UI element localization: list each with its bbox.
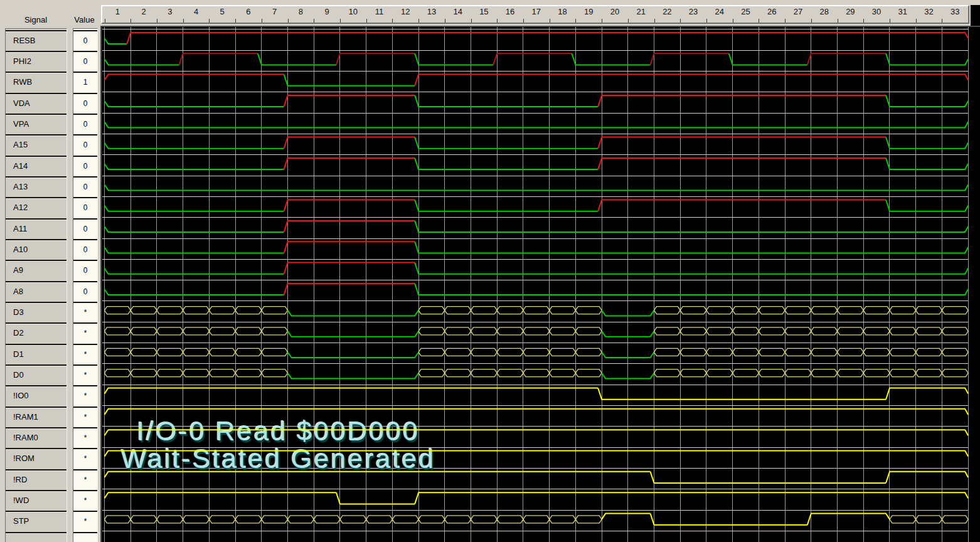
signal-value-rom: *: [73, 448, 97, 469]
ruler-number-33: 33: [951, 7, 959, 16]
signal-value-panel: 0010000000000***********: [73, 28, 98, 542]
signal-value-a12: 0: [73, 197, 97, 218]
signal-column-header: Signal: [5, 15, 67, 25]
ruler-tick: [471, 19, 472, 23]
signal-value-a9: 0: [73, 260, 97, 280]
ruler-tick: [602, 19, 602, 23]
signal-label-d0[interactable]: D0: [6, 364, 67, 385]
ruler-tick: [209, 19, 210, 23]
ruler-number-31: 31: [898, 7, 907, 16]
ruler-number-5: 5: [220, 7, 225, 16]
signal-label-vda[interactable]: VDA: [6, 93, 67, 114]
ruler-tick: [130, 19, 131, 23]
signal-value-d0: *: [73, 364, 97, 385]
ruler-tick: [183, 19, 184, 23]
signal-value-a13: 0: [73, 176, 97, 197]
signal-label-d3[interactable]: D3: [6, 302, 67, 322]
ruler-tick: [628, 19, 629, 23]
signal-value-vda: 0: [73, 93, 97, 114]
signal-value-ram0: *: [73, 427, 97, 448]
time-ruler[interactable]: 1234567891011121314151617181920212223242…: [101, 5, 969, 24]
ruler-tick: [759, 19, 759, 23]
signal-value-d1: *: [73, 344, 97, 364]
waveform-traces: [102, 27, 980, 542]
signal-label-vpa[interactable]: VPA: [6, 114, 67, 134]
ruler-tick: [235, 19, 236, 23]
signal-value-a15: 0: [73, 134, 97, 155]
ruler-number-11: 11: [375, 7, 384, 16]
ruler-number-12: 12: [401, 7, 410, 16]
filler-cell: [73, 532, 97, 542]
ruler-tick: [366, 19, 367, 23]
ruler-number-10: 10: [349, 7, 358, 16]
signal-label-d1[interactable]: D1: [6, 344, 67, 364]
signal-label-rd[interactable]: !RD: [6, 469, 67, 490]
signal-name-panel: RESBPHI2RWBVDAVPAA15A14A13A12A11A10A9A8D…: [5, 28, 67, 542]
signal-label-rom[interactable]: !ROM: [6, 448, 67, 469]
signal-label-resb[interactable]: RESB: [6, 30, 67, 51]
ruler-tick: [680, 19, 681, 23]
ruler-number-27: 27: [794, 7, 802, 16]
ruler-tick: [811, 19, 812, 23]
signal-label-rwb[interactable]: RWB: [6, 72, 67, 92]
ruler-tick: [392, 19, 393, 23]
ruler-tick: [340, 19, 341, 23]
signal-label-a15[interactable]: A15: [6, 134, 67, 155]
ruler-number-4: 4: [194, 7, 198, 16]
signal-value-resb: 0: [73, 30, 97, 51]
waveform-viewer-window: Signal Value RESBPHI2RWBVDAVPAA15A14A13A…: [0, 0, 980, 542]
signal-label-ram0[interactable]: !RAM0: [6, 427, 67, 448]
signal-value-phi2: 0: [73, 51, 97, 72]
signal-label-a9[interactable]: A9: [6, 260, 67, 280]
signal-label-wd[interactable]: !WD: [6, 490, 67, 511]
signal-value-stp: *: [73, 511, 97, 531]
ruler-tick: [785, 19, 786, 23]
ruler-number-17: 17: [532, 7, 541, 16]
ruler-number-26: 26: [767, 7, 776, 16]
signal-label-a8[interactable]: A8: [6, 281, 67, 302]
ruler-number-6: 6: [246, 7, 250, 16]
signal-value-ram1: *: [73, 406, 97, 427]
signal-value-a10: 0: [73, 239, 97, 260]
signal-label-d2[interactable]: D2: [6, 322, 67, 343]
signal-label-io0[interactable]: !IO0: [6, 385, 67, 406]
ruler-tick: [314, 19, 314, 23]
ruler-tick: [654, 19, 655, 23]
signal-value-vpa: 0: [73, 114, 97, 134]
signal-label-a13[interactable]: A13: [6, 176, 67, 197]
ruler-number-1: 1: [115, 7, 120, 16]
corner-patch: [971, 5, 980, 26]
signal-label-phi2[interactable]: PHI2: [6, 51, 67, 72]
ruler-number-8: 8: [299, 7, 303, 16]
ruler-number-9: 9: [324, 7, 329, 16]
signal-value-rwb: 1: [73, 72, 97, 92]
ruler-number-19: 19: [584, 7, 593, 16]
ruler-number-25: 25: [741, 7, 750, 16]
ruler-tick: [916, 19, 917, 23]
signal-value-wd: *: [73, 490, 97, 511]
ruler-tick: [262, 19, 262, 23]
ruler-tick: [733, 19, 733, 23]
signal-label-a12[interactable]: A12: [6, 197, 67, 218]
signal-value-a11: 0: [73, 218, 97, 239]
ruler-tick: [706, 19, 707, 23]
signal-value-d3: *: [73, 302, 97, 322]
ruler-number-24: 24: [715, 7, 724, 16]
signal-label-stp[interactable]: STP: [6, 511, 67, 531]
signal-label-ram1[interactable]: !RAM1: [6, 406, 67, 427]
ruler-number-15: 15: [479, 7, 488, 16]
ruler-number-13: 13: [427, 7, 436, 16]
ruler-tick: [550, 19, 550, 23]
ruler-tick: [942, 19, 942, 23]
ruler-number-20: 20: [610, 7, 619, 16]
ruler-tick: [105, 19, 105, 23]
filler-cell: [6, 532, 67, 542]
ruler-tick: [890, 19, 890, 23]
signal-value-d2: *: [73, 322, 97, 343]
signal-label-a14[interactable]: A14: [6, 156, 67, 176]
ruler-number-22: 22: [663, 7, 671, 16]
ruler-number-2: 2: [141, 7, 146, 16]
signal-label-a10[interactable]: A10: [6, 239, 67, 260]
signal-label-a11[interactable]: A11: [6, 218, 67, 239]
ruler-number-18: 18: [558, 7, 567, 16]
